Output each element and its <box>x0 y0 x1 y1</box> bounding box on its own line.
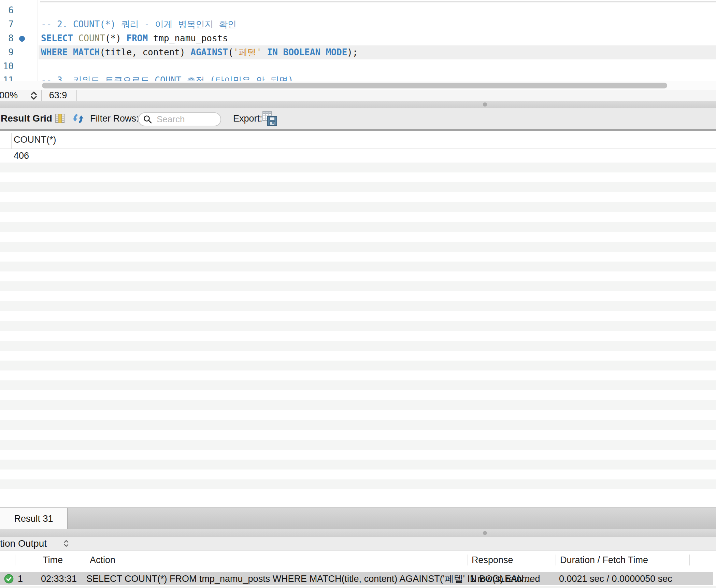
statement-marker-icon <box>19 36 25 42</box>
line-number: 8 <box>0 31 14 45</box>
line-number: 9 <box>0 45 14 59</box>
editor-statusbar: 00% 63:9 <box>0 90 716 101</box>
sql-statement: WHERE MATCH(title, content) AGAINST('페텔'… <box>41 45 358 59</box>
column-divider <box>556 555 556 565</box>
sql-editor[interactable]: 6 7 -- 2. COUNT(*) 쿼리 - 이게 병목인지 확인 8 SEL… <box>0 0 716 90</box>
cursor-position: 63:9 <box>44 90 72 101</box>
line-number: 7 <box>0 17 14 31</box>
column-header-action: Action <box>90 553 115 567</box>
sql-comment: -- 2. COUNT(*) 쿼리 - 이게 병목인지 확인 <box>41 19 237 29</box>
success-check-icon <box>4 574 14 586</box>
row-duration: 0.0021 sec / 0.0000050 sec <box>559 572 672 585</box>
line-number: 10 <box>0 59 14 73</box>
panel-splitter[interactable] <box>0 101 716 108</box>
editor-top-strip <box>40 1 716 2</box>
export-recordset-icon[interactable] <box>262 111 278 129</box>
export-label: Export: <box>233 108 262 129</box>
editor-horizontal-scrollbar[interactable] <box>0 81 716 90</box>
result-grid[interactable]: COUNT(*) 406 <box>0 131 716 496</box>
code-line-9[interactable]: 9 WHERE MATCH(title, content) AGAINST('페… <box>0 45 716 59</box>
grid-view-icon[interactable] <box>55 113 66 126</box>
search-input[interactable] <box>156 113 219 125</box>
output-selector-stepper[interactable] <box>63 539 69 549</box>
output-panel-header: tion Output <box>0 537 716 551</box>
grid-empty-stripes <box>0 163 716 496</box>
column-header-duration: Duration / Fetch Time <box>560 553 648 567</box>
output-panel-title: tion Output <box>0 537 47 550</box>
splitter-handle-icon[interactable] <box>483 102 487 107</box>
refresh-icon[interactable] <box>72 113 84 127</box>
column-divider <box>689 555 690 565</box>
result-grid-title: Result Grid <box>1 108 52 129</box>
result-grid-toolbar: Result Grid Filter Rows: Exp <box>0 108 716 131</box>
statusbar-divider <box>76 90 77 101</box>
output-table-header: Time Action Response Duration / Fetch Ti… <box>0 553 716 567</box>
code-line-10[interactable]: 10 <box>0 59 716 73</box>
filter-rows-label: Filter Rows: <box>90 108 139 129</box>
tab-result-31[interactable]: Result 31 <box>0 508 68 530</box>
column-divider <box>84 555 84 565</box>
count-value-cell[interactable]: 406 <box>14 149 29 163</box>
statusbar-divider <box>41 90 42 101</box>
output-log-row-selected[interactable]: 1 02:33:31 SELECT COUNT(*) FROM tmp_namu… <box>0 572 713 585</box>
column-header-count[interactable]: COUNT(*) <box>14 131 56 149</box>
action-output-panel: tion Output Time Action Response Duratio… <box>0 537 716 588</box>
splitter-handle-icon[interactable] <box>483 531 487 535</box>
code-line-8[interactable]: 8 SELECT COUNT(*) FROM tmp_namu_posts <box>0 31 716 45</box>
row-response: 1 row(s) returned <box>470 572 540 585</box>
code-line-6[interactable]: 6 <box>0 3 716 17</box>
zoom-level: 00% <box>0 90 18 101</box>
column-divider <box>15 555 15 565</box>
grid-header-row[interactable]: COUNT(*) <box>0 131 716 149</box>
scrollbar-thumb[interactable] <box>42 83 667 88</box>
row-action: SELECT COUNT(*) FROM tmp_namu_posts WHER… <box>86 572 531 585</box>
panel-splitter[interactable] <box>0 529 716 537</box>
next-row-stripe <box>0 586 716 588</box>
sql-statement: SELECT COUNT(*) FROM tmp_namu_posts <box>41 31 228 45</box>
line-number: 6 <box>0 3 14 17</box>
row-time: 02:33:31 <box>41 572 77 585</box>
code-line-7[interactable]: 7 -- 2. COUNT(*) 쿼리 - 이게 병목인지 확인 <box>0 17 716 31</box>
search-field[interactable] <box>138 112 221 126</box>
table-row[interactable]: 406 <box>0 149 716 163</box>
row-index: 1 <box>18 572 23 585</box>
column-header-response: Response <box>472 553 513 567</box>
result-tab-bar: Result 31 <box>0 507 716 530</box>
column-divider <box>38 555 38 565</box>
search-icon <box>143 115 153 127</box>
column-header-time: Time <box>43 553 63 567</box>
column-divider <box>468 555 468 565</box>
